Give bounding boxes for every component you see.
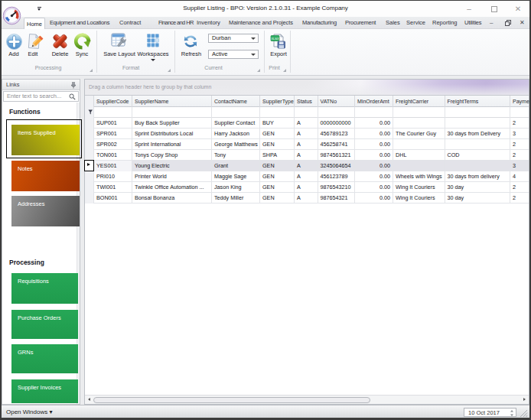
- svg-text:XLSX: XLSX: [271, 37, 279, 41]
